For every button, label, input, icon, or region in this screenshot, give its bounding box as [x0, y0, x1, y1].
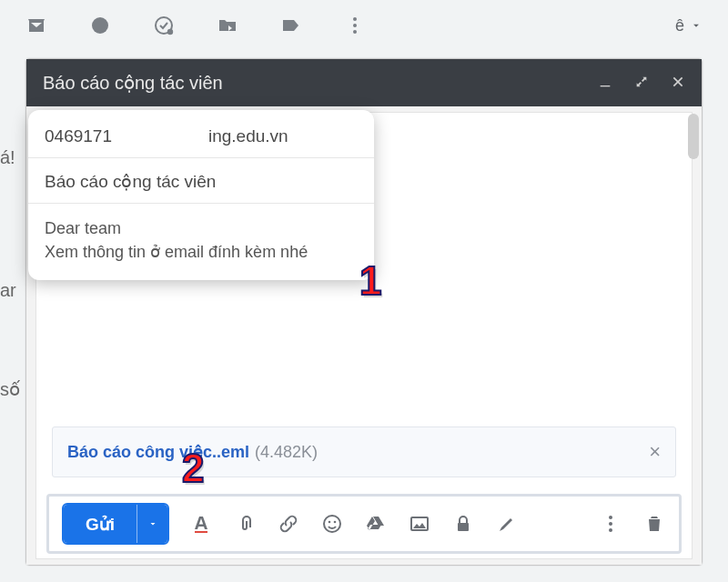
attachment-remove-icon[interactable]: ×	[649, 440, 661, 464]
more-options-icon[interactable]	[599, 512, 622, 536]
insert-signature-icon[interactable]	[495, 512, 519, 536]
to-suffix: ing.edu.vn	[208, 126, 288, 146]
minimize-icon[interactable]	[598, 73, 612, 94]
subject-field[interactable]: Báo cáo cộng tác viên	[28, 158, 374, 204]
bg-text: á!	[0, 147, 15, 168]
attachment-chip[interactable]: Báo cáo công việc..eml (4.482K) ×	[52, 426, 676, 477]
format-text-icon[interactable]	[189, 512, 213, 536]
scrollbar[interactable]	[688, 114, 699, 159]
attach-file-icon[interactable]	[233, 512, 257, 536]
send-button-group: Gửi	[62, 503, 169, 545]
to-prefix: 0469171	[45, 126, 112, 146]
mark-done-icon[interactable]	[153, 15, 175, 36]
google-drive-icon[interactable]	[364, 512, 388, 536]
insert-photo-icon[interactable]	[408, 512, 431, 536]
svg-point-5	[353, 30, 357, 34]
svg-point-13	[609, 516, 612, 519]
send-options-dropdown[interactable]	[136, 505, 167, 543]
move-to-icon[interactable]	[217, 15, 238, 36]
body-line: Xem thông tin ở email đính kèm nhé	[28, 240, 374, 264]
compose-title: Báo cáo cộng tác viên	[43, 72, 223, 94]
bg-text: ar	[0, 280, 16, 301]
attachment-name: Báo cáo công việc..eml	[67, 442, 249, 462]
subject-text: Báo cáo cộng tác viên	[45, 171, 216, 192]
chevron-down-icon	[690, 19, 703, 32]
svg-rect-12	[458, 523, 469, 531]
archive-icon[interactable]	[25, 15, 47, 36]
body-line: Dear team	[28, 216, 374, 240]
svg-point-8	[324, 516, 340, 532]
snooze-icon[interactable]	[89, 15, 111, 36]
body-preview[interactable]: Dear team Xem thông tin ở email đính kèm…	[28, 204, 374, 267]
redacted-segment	[117, 126, 203, 145]
input-language-indicator[interactable]: ê	[675, 16, 703, 35]
to-field[interactable]: 0469171 ing.edu.vn	[28, 114, 374, 158]
compose-action-bar: Gửi	[46, 494, 682, 554]
bg-text: số	[0, 378, 20, 400]
svg-point-14	[609, 522, 612, 526]
compose-header-card: 0469171 ing.edu.vn Báo cáo cộng tác viên…	[28, 110, 374, 280]
compose-window: Báo cáo cộng tác viên 0469171 ing.edu.vn…	[25, 58, 703, 566]
label-icon[interactable]	[280, 15, 302, 36]
close-icon[interactable]	[671, 73, 685, 94]
attachment-size: (4.482K)	[255, 443, 318, 462]
svg-point-10	[334, 521, 337, 524]
fullscreen-icon[interactable]	[634, 73, 649, 94]
emoji-icon[interactable]	[320, 512, 344, 536]
send-button[interactable]: Gửi	[64, 505, 136, 543]
caret-down-icon	[147, 518, 158, 529]
svg-point-0	[92, 17, 108, 34]
send-label: Gửi	[86, 514, 115, 535]
discard-draft-icon[interactable]	[642, 512, 666, 536]
svg-rect-7	[195, 531, 207, 533]
svg-point-3	[353, 17, 357, 21]
svg-point-9	[329, 521, 331, 524]
svg-point-4	[353, 24, 357, 27]
gmail-action-toolbar: ê	[0, 7, 728, 44]
lang-indicator-text: ê	[675, 16, 684, 35]
svg-rect-6	[601, 85, 611, 86]
svg-point-15	[609, 528, 612, 532]
compose-titlebar: Báo cáo cộng tác viên	[26, 59, 702, 106]
more-vert-icon[interactable]	[344, 15, 366, 36]
svg-point-2	[167, 29, 173, 35]
insert-link-icon[interactable]	[277, 512, 300, 536]
confidential-mode-icon[interactable]	[451, 512, 475, 536]
